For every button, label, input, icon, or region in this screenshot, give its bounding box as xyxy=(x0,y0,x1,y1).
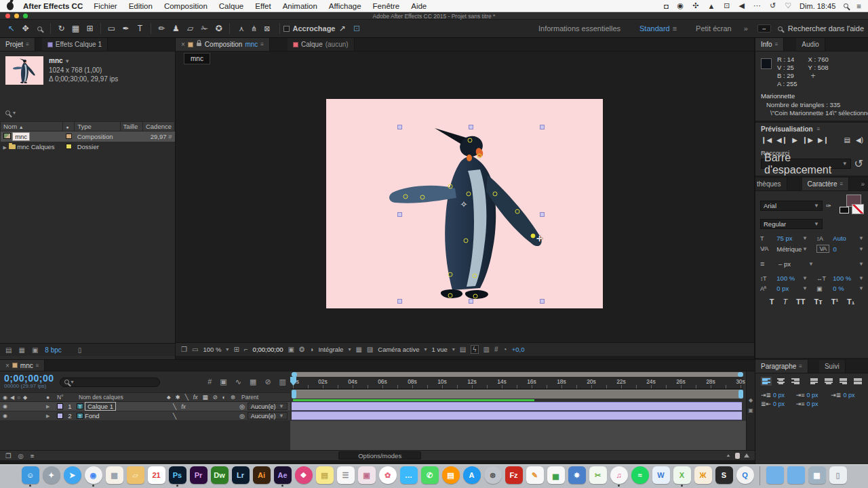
eyedropper-icon[interactable]: ✑ xyxy=(826,202,831,209)
project-row-mnc[interactable]: mnc Composition 29,97 # xyxy=(1,131,175,142)
layer-expand-arrow[interactable]: ▶ xyxy=(46,404,56,409)
current-timecode[interactable]: 0;00;00;00 xyxy=(4,375,54,382)
transparency-grid-icon[interactable]: ▨ xyxy=(367,346,373,353)
horizontal-scale-dropdown[interactable]: 100 %▼ xyxy=(833,274,864,282)
tab-projet[interactable]: Projet ≡ xyxy=(0,38,35,51)
selection-handle[interactable] xyxy=(540,212,545,217)
selection-handle[interactable] xyxy=(397,212,402,217)
solo-column-icon[interactable]: ○ xyxy=(17,394,20,401)
layer-bar-fond[interactable] xyxy=(292,411,742,420)
menu-animation[interactable]: Animation xyxy=(283,2,317,10)
puppet-pin[interactable] xyxy=(448,293,453,298)
dock-chrome[interactable]: ◉ xyxy=(85,466,102,484)
snap-arrow-icon[interactable]: ↗ xyxy=(335,22,349,35)
audio-column-icon[interactable]: ◀ xyxy=(10,394,14,401)
label-swatch[interactable] xyxy=(66,144,72,149)
snapshot-icon[interactable]: ▣ xyxy=(288,346,294,353)
timeline-search-input[interactable]: ▾ xyxy=(60,378,160,387)
menu-calque[interactable]: Calque xyxy=(219,2,243,10)
drive-icon[interactable]: ▲ xyxy=(707,2,715,10)
menu-edition[interactable]: Edition xyxy=(129,2,153,10)
kerning-dropdown[interactable]: Métrique▼ xyxy=(776,245,808,253)
dock-illustrator[interactable]: Ai xyxy=(253,466,271,484)
project-trash-icon[interactable]: ▯ xyxy=(78,346,82,354)
zoom-in-icon[interactable] xyxy=(744,453,749,458)
layer-visibility-icon[interactable]: ◉ xyxy=(3,403,7,409)
render-test-icon[interactable]: ▤ xyxy=(844,136,850,144)
creative-cloud-icon[interactable]: ◉ xyxy=(677,1,684,10)
puppet-pin[interactable] xyxy=(473,274,477,279)
zoom-slider-knob[interactable] xyxy=(735,453,740,459)
label-swatch[interactable] xyxy=(66,134,72,139)
work-area-bar[interactable] xyxy=(292,390,743,399)
dock-butterfly-app[interactable]: Ж xyxy=(694,466,712,484)
faux-style-1[interactable]: T xyxy=(783,298,787,306)
justify-last-center-button[interactable] xyxy=(823,377,834,386)
draft-3d-icon[interactable]: ▣ xyxy=(220,378,226,386)
menu-fenêtre[interactable]: Fenêtre xyxy=(373,2,400,10)
dock-quicktime[interactable]: Q xyxy=(736,466,754,484)
column-cadence[interactable]: Cadence xyxy=(142,122,174,131)
pan-behind-tool[interactable]: ⊞ xyxy=(83,22,97,35)
expand-modes-icon[interactable]: ◎ xyxy=(18,452,24,460)
faux-style-0[interactable]: T xyxy=(770,298,774,306)
pen-tool[interactable]: ✒ xyxy=(119,22,133,35)
puppet-starch[interactable]: ⊠ xyxy=(264,24,270,33)
justify-last-right-button[interactable] xyxy=(838,377,849,386)
item-name-edit[interactable]: mnc xyxy=(12,132,30,141)
puppet-pin[interactable] xyxy=(493,192,498,197)
menu-aide[interactable]: Aide xyxy=(411,2,427,10)
time-ruler[interactable]: 0s02s04s06s08s10s12s14s16s18s20s22s24s26… xyxy=(290,377,743,389)
shield-icon[interactable]: ◆ xyxy=(749,397,753,403)
puppet-pin[interactable]: ⋏ xyxy=(239,24,244,33)
airplay-display-icon[interactable]: ⊡ xyxy=(724,1,730,10)
exposure-icon[interactable]: ◔ xyxy=(503,346,507,353)
mask-visibility-icon[interactable]: ⌐ xyxy=(244,346,248,353)
help-search-icon[interactable] xyxy=(778,26,783,31)
comp-flowchart-icon[interactable]: # xyxy=(494,346,498,353)
volume-icon[interactable]: ◀ xyxy=(739,1,745,10)
new-folder-icon[interactable]: ▦ xyxy=(18,346,24,354)
dock-folder-stack[interactable]: ▦ xyxy=(808,466,826,484)
snap-grid-icon[interactable]: ⊡ xyxy=(349,22,363,35)
interpret-footage-icon[interactable]: ▤ xyxy=(5,346,12,354)
dock-filezilla[interactable]: Fz xyxy=(505,466,523,484)
dock-finder[interactable]: ☺ xyxy=(22,466,39,484)
project-row-mnc-calques[interactable]: ▶ mnc Calques Dossier xyxy=(1,142,175,152)
video-column-icon[interactable]: ◉ xyxy=(3,394,7,401)
timeline-track-area[interactable]: 0s02s04s06s08s10s12s14s16s18s20s22s24s26… xyxy=(290,371,746,450)
layer-name[interactable]: Calque 1 xyxy=(85,402,116,411)
indent-right-field[interactable]: ≣⇤0 px xyxy=(761,401,793,407)
tracking-dropdown[interactable]: 0▼ xyxy=(833,245,864,253)
dock-scissors-app[interactable]: ✂ xyxy=(589,466,607,484)
shortcut-dropdown[interactable]: Barre d'espacement▼ xyxy=(761,159,851,169)
spotlight-search-icon[interactable] xyxy=(844,3,848,8)
fast-previews-icon[interactable]: ϟ xyxy=(471,345,478,354)
dock-x-app[interactable]: X xyxy=(673,466,691,484)
tab-calque[interactable]: Calque (aucun) xyxy=(288,38,355,51)
always-preview-icon[interactable]: ❐ xyxy=(181,346,187,353)
font-family-dropdown[interactable]: Arial▼ xyxy=(760,201,823,211)
selection-handle[interactable] xyxy=(469,299,473,304)
puppet-pin[interactable] xyxy=(467,192,471,197)
column-type[interactable]: Type xyxy=(75,122,120,131)
baseline-shift-dropdown[interactable]: 0 px▼ xyxy=(776,285,808,292)
apple-logo-icon[interactable] xyxy=(7,2,14,10)
space-before-field[interactable]: ⇥≡0 px xyxy=(796,392,829,399)
align-right-button[interactable] xyxy=(790,377,801,386)
screen-record-icon[interactable]: ◘ xyxy=(664,2,669,10)
expand-layers-icon[interactable]: ❐ xyxy=(5,452,12,460)
faux-style-2[interactable]: TT xyxy=(796,298,805,306)
dock-numbers[interactable]: ▅ xyxy=(547,466,565,484)
current-time-display[interactable]: 0;00;00;00 xyxy=(253,346,283,353)
zoom-out-icon[interactable] xyxy=(727,454,730,457)
brush-tool[interactable]: ✏ xyxy=(155,22,169,35)
pickwhip-icon[interactable]: ◎ xyxy=(239,403,245,410)
indent-first-line-field[interactable]: ⇥≣0 px xyxy=(831,392,863,399)
stroke-color-swatch[interactable] xyxy=(852,204,864,214)
color-depth-button[interactable]: 8 bpc xyxy=(45,346,61,354)
next-frame-button[interactable]: ❙▶ xyxy=(802,136,813,144)
dock-folder-b[interactable] xyxy=(787,466,805,484)
exposure-value[interactable]: +0,0 xyxy=(512,346,525,353)
eraser-tool[interactable]: ▱ xyxy=(183,22,197,35)
